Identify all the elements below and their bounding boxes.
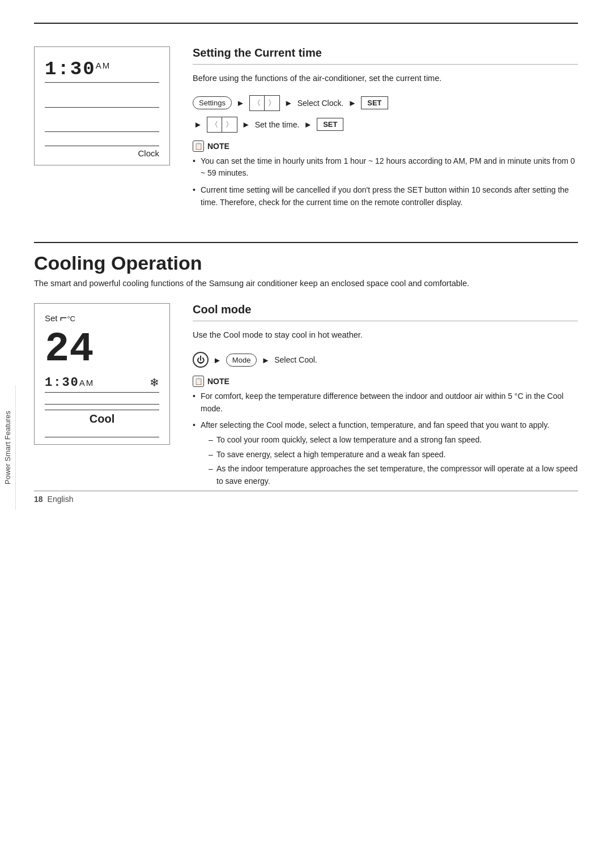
cool-sub-item-3: As the indoor temperature approaches the… xyxy=(209,463,578,487)
left-arrow-btn-2[interactable]: 〈 xyxy=(207,117,222,132)
cool-empty-line xyxy=(45,398,159,405)
cooling-heading: Cooling Operation xyxy=(34,252,578,274)
cool-sub-item-1: To cool your room quickly, select a low … xyxy=(209,434,578,446)
setting-current-time-section: 1:30 AM Clock Setting the Current time B… xyxy=(34,46,578,214)
setting-section-desc: Before using the functions of the air-co… xyxy=(193,73,578,85)
arrow-right-6: ► xyxy=(304,120,312,129)
set-button-1[interactable]: SET xyxy=(361,96,388,109)
select-cool-text: Select Cool. xyxy=(274,355,317,364)
cool-note-icon: 📋 xyxy=(193,376,204,387)
clock-time-value: 1:30 xyxy=(45,58,96,80)
cooling-divider xyxy=(34,242,578,243)
cool-sub-item-2: To save energy, select a high temperatur… xyxy=(209,449,578,461)
setting-note-section: 📋 NOTE You can set the time in hourly un… xyxy=(193,141,578,209)
arrow-right-3: ► xyxy=(348,98,356,108)
setting-current-time-content: Setting the Current time Before using th… xyxy=(193,46,578,214)
cool-mode-section: Set ⌐ °C 24 1:30 AM ❄ Cool Cool mode Use… xyxy=(34,303,578,492)
cooling-desc: The smart and powerful cooling functions… xyxy=(34,278,578,290)
setting-note-list: You can set the time in hourly units fro… xyxy=(193,155,578,209)
arrow-pair-1: 〈 〉 xyxy=(249,95,280,111)
cool-note-title: 📋 NOTE xyxy=(193,376,578,387)
note-label-1: NOTE xyxy=(207,142,230,151)
arrow-pair-2: 〈 〉 xyxy=(207,117,237,133)
settings-button[interactable]: Settings xyxy=(193,96,232,109)
setting-section-title: Setting the Current time xyxy=(193,46,578,65)
clock-ampm: AM xyxy=(96,61,111,70)
note-item-2: Current time setting will be cancelled i… xyxy=(193,184,578,209)
cool-note-item-1: For comfort, keep the temperature differ… xyxy=(193,390,578,415)
arrow-right-4: ► xyxy=(194,120,202,129)
arrow-right-5: ► xyxy=(242,120,250,129)
bracket-left: ⌐ xyxy=(60,312,67,324)
instruction-row-1: Settings ► 〈 〉 ► Select Clock. ► SET xyxy=(193,95,578,111)
cool-note-list: For comfort, keep the temperature differ… xyxy=(193,390,578,488)
cool-note-label: NOTE xyxy=(207,377,230,386)
sidebar-label: Power Smart Features xyxy=(0,385,16,510)
arrow-right-2: ► xyxy=(284,98,293,108)
select-clock-text: Select Clock. xyxy=(298,99,344,108)
note-item-1: You can set the time in hourly units fro… xyxy=(193,155,578,180)
left-arrow-btn-1[interactable]: 〈 xyxy=(250,96,265,110)
cool-mode-label: Cool xyxy=(45,410,159,426)
clock-time-line: 1:30 AM xyxy=(45,58,159,83)
clock-empty-line2 xyxy=(45,121,159,132)
clock-display-box: 1:30 AM Clock xyxy=(34,46,170,165)
cool-arrow-2: ► xyxy=(261,355,270,365)
page-language: English xyxy=(48,495,74,504)
temp-unit: °C xyxy=(67,314,75,323)
clock-time-display: 1:30 AM xyxy=(45,58,159,80)
arrow-right-1: ► xyxy=(236,98,245,108)
cool-arrow-1: ► xyxy=(213,355,222,365)
page-footer: 18 English xyxy=(34,491,578,504)
cool-mode-title: Cool mode xyxy=(193,303,578,321)
instruction-row-2: ► 〈 〉 ► Set the time. ► SET xyxy=(193,117,578,133)
big-temperature: 24 xyxy=(45,329,94,370)
set-button-2[interactable]: SET xyxy=(317,118,343,131)
set-time-text: Set the time. xyxy=(255,120,300,129)
cool-note-item-2: After selecting the Cool mode, select a … xyxy=(193,419,578,487)
clock-label: Clock xyxy=(45,146,159,158)
set-line: Set ⌐ °C xyxy=(45,312,75,324)
right-arrow-btn-2[interactable]: 〉 xyxy=(222,117,237,132)
cool-empty-line2 xyxy=(45,431,159,437)
cool-display-box: Set ⌐ °C 24 1:30 AM ❄ Cool xyxy=(34,303,170,445)
cool-time-row: 1:30 AM ❄ xyxy=(45,376,159,393)
power-icon[interactable]: ⏻ xyxy=(193,352,209,368)
note-title-1: 📋 NOTE xyxy=(193,141,578,152)
cool-mode-content: Cool mode Use the Cool mode to stay cool… xyxy=(193,303,578,492)
cool-sub-list: To cool your room quickly, select a low … xyxy=(201,434,578,488)
top-divider xyxy=(34,23,578,24)
right-arrow-btn-1[interactable]: 〉 xyxy=(265,96,279,110)
clock-empty-line1 xyxy=(45,96,159,108)
cool-note-section: 📋 NOTE For comfort, keep the temperature… xyxy=(193,376,578,488)
set-label: Set xyxy=(45,313,58,323)
cool-ampm: AM xyxy=(79,378,95,388)
page-number: 18 xyxy=(34,495,43,504)
cool-time-value: 1:30 xyxy=(45,376,79,390)
cool-mode-desc: Use the Cool mode to stay cool in hot we… xyxy=(193,329,578,342)
note-icon-1: 📋 xyxy=(193,141,204,152)
cool-time-display: 1:30 AM xyxy=(45,376,94,390)
cool-instruction-row: ⏻ ► Mode ► Select Cool. xyxy=(193,352,578,368)
mode-button[interactable]: Mode xyxy=(226,354,257,367)
fan-icon: ❄ xyxy=(150,376,159,389)
